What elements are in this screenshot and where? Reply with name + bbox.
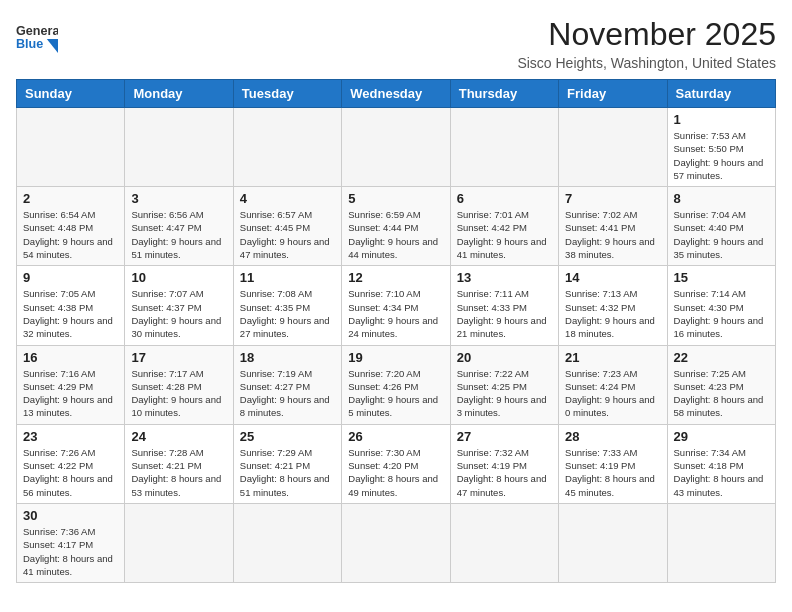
day-number: 20 bbox=[457, 350, 552, 365]
day-info: Sunrise: 7:32 AMSunset: 4:19 PMDaylight:… bbox=[457, 446, 552, 499]
calendar-cell bbox=[450, 503, 558, 582]
day-info: Sunrise: 6:56 AMSunset: 4:47 PMDaylight:… bbox=[131, 208, 226, 261]
day-number: 11 bbox=[240, 270, 335, 285]
day-number: 23 bbox=[23, 429, 118, 444]
calendar-week-6: 30Sunrise: 7:36 AMSunset: 4:17 PMDayligh… bbox=[17, 503, 776, 582]
day-number: 4 bbox=[240, 191, 335, 206]
calendar-table: SundayMondayTuesdayWednesdayThursdayFrid… bbox=[16, 79, 776, 583]
title-area: November 2025 Sisco Heights, Washington,… bbox=[517, 16, 776, 71]
day-info: Sunrise: 7:23 AMSunset: 4:24 PMDaylight:… bbox=[565, 367, 660, 420]
day-info: Sunrise: 7:22 AMSunset: 4:25 PMDaylight:… bbox=[457, 367, 552, 420]
day-number: 14 bbox=[565, 270, 660, 285]
calendar-cell: 15Sunrise: 7:14 AMSunset: 4:30 PMDayligh… bbox=[667, 266, 775, 345]
calendar-cell: 28Sunrise: 7:33 AMSunset: 4:19 PMDayligh… bbox=[559, 424, 667, 503]
day-number: 21 bbox=[565, 350, 660, 365]
calendar-cell bbox=[450, 108, 558, 187]
calendar-week-4: 16Sunrise: 7:16 AMSunset: 4:29 PMDayligh… bbox=[17, 345, 776, 424]
day-info: Sunrise: 7:10 AMSunset: 4:34 PMDaylight:… bbox=[348, 287, 443, 340]
calendar-cell bbox=[559, 108, 667, 187]
day-info: Sunrise: 7:19 AMSunset: 4:27 PMDaylight:… bbox=[240, 367, 335, 420]
day-number: 5 bbox=[348, 191, 443, 206]
calendar-cell bbox=[233, 503, 341, 582]
weekday-header-monday: Monday bbox=[125, 80, 233, 108]
day-info: Sunrise: 7:20 AMSunset: 4:26 PMDaylight:… bbox=[348, 367, 443, 420]
calendar-cell bbox=[342, 108, 450, 187]
calendar-cell bbox=[342, 503, 450, 582]
day-number: 2 bbox=[23, 191, 118, 206]
calendar-week-2: 2Sunrise: 6:54 AMSunset: 4:48 PMDaylight… bbox=[17, 187, 776, 266]
day-number: 1 bbox=[674, 112, 769, 127]
day-number: 6 bbox=[457, 191, 552, 206]
day-info: Sunrise: 7:05 AMSunset: 4:38 PMDaylight:… bbox=[23, 287, 118, 340]
day-info: Sunrise: 7:01 AMSunset: 4:42 PMDaylight:… bbox=[457, 208, 552, 261]
weekday-header-thursday: Thursday bbox=[450, 80, 558, 108]
calendar-cell: 7Sunrise: 7:02 AMSunset: 4:41 PMDaylight… bbox=[559, 187, 667, 266]
day-info: Sunrise: 7:14 AMSunset: 4:30 PMDaylight:… bbox=[674, 287, 769, 340]
day-number: 8 bbox=[674, 191, 769, 206]
day-info: Sunrise: 7:13 AMSunset: 4:32 PMDaylight:… bbox=[565, 287, 660, 340]
day-info: Sunrise: 7:08 AMSunset: 4:35 PMDaylight:… bbox=[240, 287, 335, 340]
day-number: 27 bbox=[457, 429, 552, 444]
weekday-header-sunday: Sunday bbox=[17, 80, 125, 108]
calendar-cell bbox=[125, 503, 233, 582]
calendar-cell bbox=[667, 503, 775, 582]
day-info: Sunrise: 7:07 AMSunset: 4:37 PMDaylight:… bbox=[131, 287, 226, 340]
calendar-cell: 9Sunrise: 7:05 AMSunset: 4:38 PMDaylight… bbox=[17, 266, 125, 345]
day-number: 16 bbox=[23, 350, 118, 365]
calendar-cell: 8Sunrise: 7:04 AMSunset: 4:40 PMDaylight… bbox=[667, 187, 775, 266]
day-number: 18 bbox=[240, 350, 335, 365]
calendar-week-5: 23Sunrise: 7:26 AMSunset: 4:22 PMDayligh… bbox=[17, 424, 776, 503]
calendar-cell: 13Sunrise: 7:11 AMSunset: 4:33 PMDayligh… bbox=[450, 266, 558, 345]
weekday-header-row: SundayMondayTuesdayWednesdayThursdayFrid… bbox=[17, 80, 776, 108]
day-info: Sunrise: 7:04 AMSunset: 4:40 PMDaylight:… bbox=[674, 208, 769, 261]
page-header: General Blue November 2025 Sisco Heights… bbox=[16, 16, 776, 71]
calendar-week-1: 1Sunrise: 7:53 AMSunset: 5:50 PMDaylight… bbox=[17, 108, 776, 187]
calendar-cell: 16Sunrise: 7:16 AMSunset: 4:29 PMDayligh… bbox=[17, 345, 125, 424]
calendar-cell: 14Sunrise: 7:13 AMSunset: 4:32 PMDayligh… bbox=[559, 266, 667, 345]
day-info: Sunrise: 7:30 AMSunset: 4:20 PMDaylight:… bbox=[348, 446, 443, 499]
day-info: Sunrise: 7:33 AMSunset: 4:19 PMDaylight:… bbox=[565, 446, 660, 499]
day-info: Sunrise: 7:11 AMSunset: 4:33 PMDaylight:… bbox=[457, 287, 552, 340]
day-info: Sunrise: 7:29 AMSunset: 4:21 PMDaylight:… bbox=[240, 446, 335, 499]
day-number: 3 bbox=[131, 191, 226, 206]
calendar-cell: 23Sunrise: 7:26 AMSunset: 4:22 PMDayligh… bbox=[17, 424, 125, 503]
weekday-header-tuesday: Tuesday bbox=[233, 80, 341, 108]
calendar-cell: 17Sunrise: 7:17 AMSunset: 4:28 PMDayligh… bbox=[125, 345, 233, 424]
calendar-cell: 10Sunrise: 7:07 AMSunset: 4:37 PMDayligh… bbox=[125, 266, 233, 345]
day-info: Sunrise: 7:02 AMSunset: 4:41 PMDaylight:… bbox=[565, 208, 660, 261]
calendar-cell: 29Sunrise: 7:34 AMSunset: 4:18 PMDayligh… bbox=[667, 424, 775, 503]
day-number: 24 bbox=[131, 429, 226, 444]
day-number: 29 bbox=[674, 429, 769, 444]
svg-marker-2 bbox=[47, 39, 58, 53]
day-info: Sunrise: 7:26 AMSunset: 4:22 PMDaylight:… bbox=[23, 446, 118, 499]
calendar-cell: 11Sunrise: 7:08 AMSunset: 4:35 PMDayligh… bbox=[233, 266, 341, 345]
logo: General Blue bbox=[16, 16, 58, 58]
day-number: 9 bbox=[23, 270, 118, 285]
day-number: 10 bbox=[131, 270, 226, 285]
calendar-cell: 27Sunrise: 7:32 AMSunset: 4:19 PMDayligh… bbox=[450, 424, 558, 503]
calendar-cell bbox=[559, 503, 667, 582]
calendar-cell: 19Sunrise: 7:20 AMSunset: 4:26 PMDayligh… bbox=[342, 345, 450, 424]
calendar-cell bbox=[233, 108, 341, 187]
calendar-cell: 4Sunrise: 6:57 AMSunset: 4:45 PMDaylight… bbox=[233, 187, 341, 266]
calendar-cell: 25Sunrise: 7:29 AMSunset: 4:21 PMDayligh… bbox=[233, 424, 341, 503]
day-number: 28 bbox=[565, 429, 660, 444]
weekday-header-saturday: Saturday bbox=[667, 80, 775, 108]
calendar-cell bbox=[17, 108, 125, 187]
calendar-cell: 3Sunrise: 6:56 AMSunset: 4:47 PMDaylight… bbox=[125, 187, 233, 266]
day-number: 7 bbox=[565, 191, 660, 206]
day-info: Sunrise: 7:36 AMSunset: 4:17 PMDaylight:… bbox=[23, 525, 118, 578]
calendar-week-3: 9Sunrise: 7:05 AMSunset: 4:38 PMDaylight… bbox=[17, 266, 776, 345]
day-info: Sunrise: 6:54 AMSunset: 4:48 PMDaylight:… bbox=[23, 208, 118, 261]
day-info: Sunrise: 7:53 AMSunset: 5:50 PMDaylight:… bbox=[674, 129, 769, 182]
calendar-cell: 12Sunrise: 7:10 AMSunset: 4:34 PMDayligh… bbox=[342, 266, 450, 345]
day-number: 12 bbox=[348, 270, 443, 285]
day-info: Sunrise: 7:16 AMSunset: 4:29 PMDaylight:… bbox=[23, 367, 118, 420]
day-info: Sunrise: 6:59 AMSunset: 4:44 PMDaylight:… bbox=[348, 208, 443, 261]
day-number: 15 bbox=[674, 270, 769, 285]
svg-text:Blue: Blue bbox=[16, 37, 43, 51]
calendar-cell: 21Sunrise: 7:23 AMSunset: 4:24 PMDayligh… bbox=[559, 345, 667, 424]
day-number: 17 bbox=[131, 350, 226, 365]
calendar-cell: 26Sunrise: 7:30 AMSunset: 4:20 PMDayligh… bbox=[342, 424, 450, 503]
weekday-header-wednesday: Wednesday bbox=[342, 80, 450, 108]
